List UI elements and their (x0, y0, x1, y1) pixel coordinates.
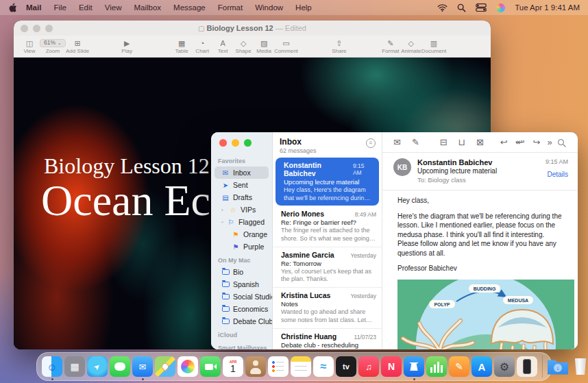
keynote-tool-media[interactable]: ▨Media (254, 39, 274, 54)
sidebar-item-sent[interactable]: ➤Sent (215, 179, 269, 191)
dock-item-app-store[interactable] (471, 356, 492, 377)
archive-icon[interactable]: ⊟ (440, 138, 448, 147)
keynote-tool-chart[interactable]: ◔Chart (192, 39, 212, 54)
spotlight-search-icon[interactable] (457, 3, 466, 12)
dock-item-music[interactable] (358, 356, 379, 377)
trash-icon[interactable]: ⊔ (458, 138, 465, 147)
dock-item-messages[interactable] (110, 356, 130, 377)
menu-mail[interactable]: Mail (20, 3, 47, 12)
sidebar-item-bio[interactable]: Bio (215, 266, 269, 278)
menu-format[interactable]: Format (212, 3, 249, 12)
tool-label: Comment (274, 49, 298, 54)
minimize-button[interactable] (232, 139, 239, 147)
sidebar-item-economics[interactable]: Economics (215, 303, 269, 315)
zoom-button[interactable] (244, 139, 252, 147)
dock-item-launchpad[interactable] (64, 356, 85, 377)
sidebar-item-drafts[interactable]: ▤Drafts (215, 191, 269, 203)
dock-item-tv[interactable] (336, 356, 356, 377)
sidebar-item-inbox[interactable]: ✉Inbox (215, 166, 269, 179)
message-row[interactable]: Konstantin Babichev9:15 AMUpcoming lectu… (275, 158, 379, 206)
message-row[interactable]: Christine Huang11/07/23Debate club - res… (273, 328, 382, 350)
dock-item-maps[interactable] (155, 356, 175, 377)
keynote-tool-add-slide[interactable]: ⊞Add Slide (66, 39, 89, 54)
menu-message[interactable]: Message (167, 3, 212, 12)
keynote-tool-table[interactable]: ▦Table (171, 39, 192, 54)
filter-icon[interactable]: ≡ (366, 138, 376, 148)
message-row[interactable]: Jasmine GarciaYesterdayRe: TomorrowYes, … (273, 247, 382, 287)
dock-item-pages[interactable] (449, 356, 469, 377)
message-row[interactable]: Kristina LucasYesterdayNotesWanted to go… (273, 287, 382, 328)
body-paragraph: Here's the diagram that we'll be referen… (397, 212, 567, 258)
reply-all-icon[interactable]: ↩ (517, 138, 525, 147)
dock-item-iphone-mirroring[interactable] (517, 356, 537, 377)
chevron-icon[interactable]: › (219, 221, 225, 223)
drafts-icon: ▤ (221, 194, 230, 201)
dock-item-settings[interactable] (494, 356, 515, 377)
dock-item-mail[interactable] (132, 356, 153, 377)
keynote-tool-shape[interactable]: ◇Shape (233, 39, 254, 54)
dock-item-keynote[interactable] (404, 356, 424, 377)
apple-menu[interactable] (8, 3, 17, 13)
close-button[interactable] (219, 139, 227, 147)
zoom-level-control[interactable]: 61%⌄ (40, 39, 66, 47)
message-subject: Re: Tomorrow (281, 260, 376, 267)
menu-help[interactable]: Help (289, 3, 318, 12)
sidebar-item-social-studies[interactable]: Social Studies (215, 291, 269, 303)
dock-item-safari[interactable] (87, 356, 108, 377)
wifi-icon[interactable] (437, 3, 448, 12)
apple-intelligence-icon[interactable] (496, 3, 505, 12)
menu-mailbox[interactable]: Mailbox (127, 3, 167, 12)
dock-item-reminders[interactable] (268, 356, 289, 377)
menu-bar-status-area: Tue Apr 1 9:41 AM (437, 3, 580, 12)
search-icon[interactable] (558, 139, 564, 145)
sidebar-item-purple[interactable]: ⚑Purple (215, 240, 269, 253)
keynote-tool-comment[interactable]: ▭Comment (274, 39, 298, 54)
forward-icon[interactable]: ↪ (533, 138, 541, 147)
dock-item-freeform[interactable] (313, 356, 334, 377)
dock-item-calendar[interactable]: APR1 (223, 356, 243, 377)
slide-subtitle-text[interactable]: Ocean Ec (41, 175, 210, 226)
dock-divider (542, 356, 543, 378)
menu-bar-clock[interactable]: Tue Apr 1 9:41 AM (515, 3, 580, 12)
dock-item-facetime[interactable] (200, 356, 221, 377)
sidebar-item-debate-club[interactable]: Debate Club (215, 315, 269, 328)
dock-item-photos[interactable] (177, 356, 198, 377)
compose-icon[interactable]: ✎ (412, 138, 419, 147)
dock-item-trash[interactable] (570, 356, 588, 377)
sidebar-item-spanish[interactable]: Spanish (215, 278, 269, 291)
keynote-tool-animate[interactable]: ◇Animate (401, 39, 421, 54)
message-subject: Upcoming lecture material (417, 167, 539, 175)
dock-item-finder[interactable] (42, 356, 62, 377)
mail-icon[interactable]: ✉ (393, 138, 401, 147)
keynote-tool-document[interactable]: ▥Document (421, 39, 446, 54)
dock-item-contacts[interactable] (245, 356, 266, 377)
details-link[interactable]: Details (546, 171, 568, 178)
junk-icon[interactable]: ⊠ (476, 138, 484, 147)
dock-item-downloads[interactable] (548, 356, 568, 377)
dock-item-numbers[interactable] (426, 356, 447, 377)
keynote-tool-view[interactable]: ◫View (19, 39, 40, 54)
jellyfish-lifecycle-diagram: POLYP BUDDING MEDUSA (397, 280, 574, 350)
sidebar-item-vips[interactable]: ›☆VIPs (215, 203, 269, 216)
message-sender: Kristina Lucas (281, 291, 330, 299)
more-chevrons-icon[interactable]: » (548, 138, 552, 147)
keynote-tool-format[interactable]: ✎Format (380, 39, 401, 54)
chevron-icon[interactable]: › (221, 207, 225, 213)
keynote-tool-play[interactable]: ▶Play (117, 39, 137, 54)
message-row[interactable]: Nerio Mones8:49 AMRe: Fringe or barrier … (273, 206, 382, 246)
sidebar-item-orange[interactable]: ⚑Orange (215, 228, 269, 240)
control-center-icon[interactable] (476, 3, 487, 12)
keynote-tool-zoom[interactable]: 61%⌄Zoom (40, 39, 66, 54)
dock-item-news[interactable] (381, 356, 402, 377)
flag-icon: ⚐ (227, 219, 235, 226)
sidebar-item-flagged[interactable]: ›⚐Flagged (215, 216, 269, 228)
chart-icon: ◔ (200, 39, 205, 47)
reply-icon[interactable]: ↩ (500, 138, 508, 147)
menu-file[interactable]: File (47, 3, 73, 12)
menu-window[interactable]: Window (249, 3, 289, 12)
keynote-tool-text[interactable]: AText (212, 39, 233, 54)
dock-item-notes[interactable] (291, 356, 311, 377)
menu-edit[interactable]: Edit (73, 3, 99, 12)
keynote-tool-share[interactable]: ⇧Share (329, 39, 350, 54)
menu-view[interactable]: View (99, 3, 128, 12)
